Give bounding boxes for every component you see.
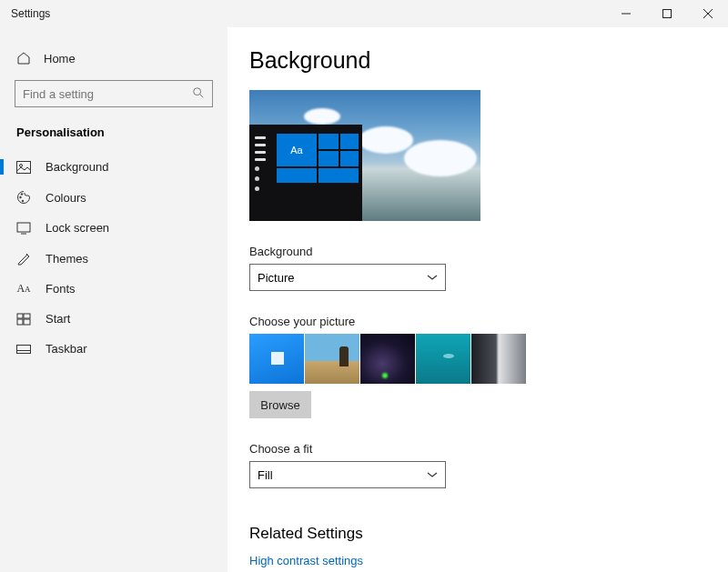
sidebar-section-title: Personalisation — [0, 120, 228, 152]
svg-rect-17 — [24, 319, 30, 325]
chevron-down-icon — [427, 471, 438, 478]
svg-point-7 — [20, 164, 23, 166]
sidebar-item-label: Start — [46, 312, 70, 326]
choose-picture-label: Choose your picture — [249, 315, 706, 328]
background-type-value: Picture — [258, 271, 294, 285]
sidebar-item-label: Themes — [46, 252, 88, 266]
svg-rect-11 — [17, 223, 30, 232]
search-field[interactable] — [23, 87, 192, 101]
related-settings-title: Related Settings — [249, 525, 706, 543]
svg-line-5 — [200, 94, 204, 97]
picture-icon — [16, 161, 31, 174]
fit-value: Fill — [258, 468, 273, 482]
maximize-button[interactable] — [646, 0, 687, 27]
sidebar-item-lock-screen[interactable]: Lock screen — [0, 213, 228, 243]
background-type-label: Background — [249, 245, 706, 258]
sidebar-item-label: Colours — [46, 191, 86, 205]
svg-point-10 — [22, 200, 24, 202]
svg-rect-16 — [17, 319, 23, 325]
sidebar-item-start[interactable]: Start — [0, 304, 228, 334]
home-nav[interactable]: Home — [0, 42, 228, 75]
titlebar: Settings — [0, 0, 728, 27]
start-icon — [16, 313, 31, 326]
picture-thumbnail[interactable] — [249, 334, 304, 384]
svg-rect-6 — [17, 161, 31, 173]
page-title: Background — [249, 47, 706, 74]
search-wrapper — [0, 80, 228, 107]
search-icon — [192, 86, 205, 102]
fonts-icon: AA — [16, 282, 31, 296]
svg-rect-15 — [24, 314, 30, 318]
picture-thumbnails — [249, 334, 706, 384]
sidebar-item-background[interactable]: Background — [0, 152, 228, 182]
sidebar-item-label: Taskbar — [46, 342, 87, 356]
palette-icon — [16, 190, 31, 205]
background-type-dropdown[interactable]: Picture — [249, 264, 446, 291]
home-label: Home — [44, 52, 76, 65]
choose-fit-label: Choose a fit — [249, 442, 706, 456]
fit-dropdown[interactable]: Fill — [249, 461, 446, 488]
desktop-preview: Aa — [249, 90, 480, 221]
sidebar-item-label: Lock screen — [46, 221, 109, 235]
chevron-down-icon — [427, 274, 438, 281]
svg-point-8 — [20, 196, 22, 198]
themes-icon — [16, 251, 31, 266]
high-contrast-link[interactable]: High contrast settings — [249, 554, 706, 567]
lock-screen-icon — [16, 222, 31, 235]
svg-rect-1 — [662, 10, 671, 18]
svg-rect-18 — [17, 345, 31, 353]
svg-point-9 — [21, 194, 23, 196]
sidebar-item-taskbar[interactable]: Taskbar — [0, 334, 228, 364]
main-panel: Background Aa Background Picture — [228, 27, 728, 572]
window-controls — [605, 0, 728, 27]
sidebar-item-themes[interactable]: Themes — [0, 243, 228, 274]
minimize-button[interactable] — [605, 0, 646, 27]
search-input[interactable] — [15, 80, 213, 107]
content-container: Home Personalisation Background — [0, 27, 728, 572]
picture-thumbnail[interactable] — [305, 334, 359, 384]
preview-tile-sample: Aa — [277, 134, 317, 166]
svg-rect-14 — [17, 314, 23, 318]
close-button[interactable] — [687, 0, 728, 27]
picture-thumbnail[interactable] — [360, 334, 415, 384]
picture-thumbnail[interactable] — [471, 334, 526, 384]
preview-start-rail — [255, 132, 271, 216]
sidebar-item-label: Background — [46, 160, 108, 174]
sidebar-item-colours[interactable]: Colours — [0, 182, 228, 213]
picture-thumbnail[interactable] — [416, 334, 470, 384]
svg-point-4 — [194, 87, 201, 95]
sidebar-item-fonts[interactable]: AA Fonts — [0, 274, 228, 304]
browse-button[interactable]: Browse — [249, 391, 311, 418]
sidebar: Home Personalisation Background — [0, 27, 228, 572]
sidebar-item-label: Fonts — [46, 282, 76, 296]
home-icon — [16, 51, 31, 65]
taskbar-icon — [16, 345, 31, 354]
window-title: Settings — [11, 7, 50, 20]
